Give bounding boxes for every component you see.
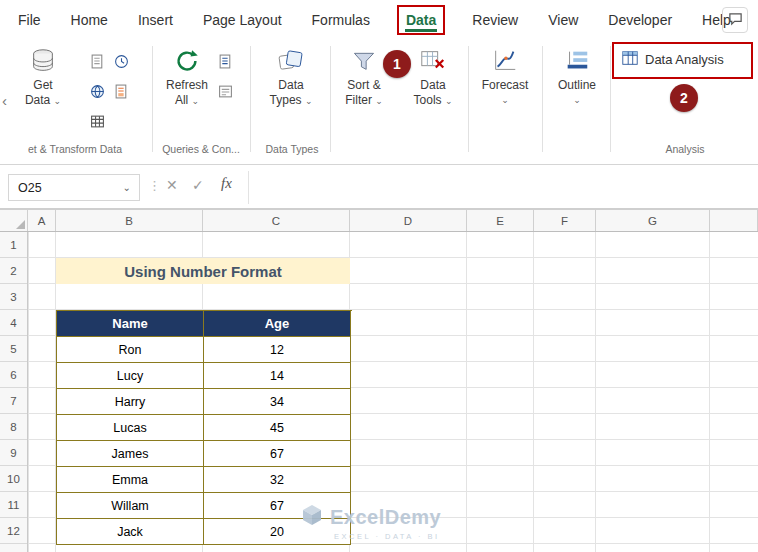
cell-name[interactable]: Lucy xyxy=(57,363,204,389)
cell-name[interactable]: James xyxy=(57,441,204,467)
row-header-7[interactable]: 7 xyxy=(0,388,27,414)
row-header-11[interactable]: 11 xyxy=(0,492,27,518)
outline-button[interactable]: Outline ⌄ xyxy=(550,45,604,108)
table-row: James 67 xyxy=(57,441,352,467)
forecast-label: Forecast xyxy=(482,78,529,93)
cell-name[interactable]: Ron xyxy=(57,337,204,363)
database-icon xyxy=(29,45,57,75)
from-table-range-button[interactable] xyxy=(86,112,108,134)
properties-button[interactable] xyxy=(214,82,236,104)
menu-bar: File Home Insert Page Layout Formulas Da… xyxy=(0,0,758,40)
formula-input[interactable] xyxy=(250,169,758,206)
cell-age[interactable]: 67 xyxy=(204,493,351,519)
get-data-button[interactable]: Get Data ⌄ xyxy=(14,45,72,109)
from-text-file-button[interactable] xyxy=(86,52,108,74)
column-header-d[interactable]: D xyxy=(350,210,467,231)
queries-connections-button[interactable] xyxy=(214,52,236,74)
row-header-2[interactable]: 2 xyxy=(0,258,27,284)
column-header-a[interactable]: A xyxy=(28,210,56,231)
forecast-button[interactable]: Forecast ⌄ xyxy=(476,45,534,108)
menu-tab-formulas[interactable]: Formulas xyxy=(310,6,372,34)
outline-icon xyxy=(563,45,591,75)
row-header-3[interactable]: 3 xyxy=(0,284,27,310)
collapse-ribbon-chevron-icon[interactable]: ‹ xyxy=(2,92,7,109)
cell-name[interactable]: Harry xyxy=(57,389,204,415)
active-tab-underline xyxy=(405,29,437,32)
cancel-icon[interactable]: ✕ xyxy=(166,177,178,193)
select-all-triangle-icon xyxy=(16,220,25,229)
menu-tab-data[interactable]: Data xyxy=(398,6,444,34)
menu-tab-page-layout[interactable]: Page Layout xyxy=(201,6,284,34)
refresh-all-label-line1: Refresh xyxy=(166,78,208,93)
refresh-icon xyxy=(173,45,201,75)
table-row: Ron 12 xyxy=(57,337,352,363)
column-header-c[interactable]: C xyxy=(203,210,350,231)
column-header-b[interactable]: B xyxy=(56,210,203,231)
menu-tab-insert[interactable]: Insert xyxy=(136,6,175,34)
row-header-12[interactable]: 12 xyxy=(0,518,27,544)
group-separator xyxy=(610,46,611,152)
data-tools-button[interactable]: Data Tools ⌄ xyxy=(406,45,460,109)
cell-name[interactable]: Lucas xyxy=(57,415,204,441)
row-header-1[interactable]: 1 xyxy=(0,232,27,258)
cell-age[interactable]: 14 xyxy=(204,363,351,389)
cell-name[interactable]: Jack xyxy=(57,519,204,545)
menu-tab-file[interactable]: File xyxy=(16,6,43,34)
table-header-name[interactable]: Name xyxy=(57,311,204,337)
column-headers: A B C D E F G xyxy=(0,210,758,232)
cell-age[interactable]: 67 xyxy=(204,441,351,467)
refresh-all-label-line2: All xyxy=(175,93,188,107)
funnel-icon xyxy=(351,45,377,75)
step-2-number: 2 xyxy=(680,90,688,106)
column-header-f[interactable]: F xyxy=(534,210,596,231)
data-tools-icon xyxy=(419,45,447,75)
dropdown-chevron-icon: ⌄ xyxy=(573,93,581,108)
insert-function-icon[interactable]: fx xyxy=(221,175,232,192)
column-header-e[interactable]: E xyxy=(467,210,534,231)
clock-icon xyxy=(114,54,129,73)
data-types-button[interactable]: Data Types ⌄ xyxy=(260,45,322,109)
connections-list-icon xyxy=(218,54,233,73)
cell-age[interactable]: 45 xyxy=(204,415,351,441)
menu-tab-review[interactable]: Review xyxy=(470,6,520,34)
column-header-g[interactable]: G xyxy=(596,210,710,231)
cell-age[interactable]: 32 xyxy=(204,467,351,493)
from-sheet-button[interactable] xyxy=(110,82,132,104)
menu-tab-view[interactable]: View xyxy=(546,6,580,34)
menu-tab-developer[interactable]: Developer xyxy=(606,6,674,34)
cell-age[interactable]: 20 xyxy=(204,519,351,545)
enter-icon[interactable]: ✓ xyxy=(192,177,204,193)
recent-sources-button[interactable] xyxy=(110,52,132,74)
title-cell[interactable]: Using Number Format xyxy=(56,258,350,284)
dropdown-chevron-icon: ⌄ xyxy=(445,96,453,106)
row-header-4[interactable]: 4 xyxy=(0,310,27,336)
cell-name[interactable]: Willam xyxy=(57,493,204,519)
name-box[interactable]: O25 ⌄ xyxy=(8,174,140,201)
sort-filter-button[interactable]: Sort & Filter ⌄ xyxy=(336,45,392,109)
comments-button[interactable] xyxy=(722,7,748,33)
group-label-queries-connections: Queries & Con... xyxy=(152,143,250,155)
row-header-5[interactable]: 5 xyxy=(0,336,27,362)
table-header-age[interactable]: Age xyxy=(204,311,351,337)
row-header-10[interactable]: 10 xyxy=(0,466,27,492)
row-header-6[interactable]: 6 xyxy=(0,362,27,388)
get-data-label-line2: Data xyxy=(25,93,50,107)
cell-age[interactable]: 34 xyxy=(204,389,351,415)
refresh-all-button[interactable]: Refresh All ⌄ xyxy=(158,45,216,109)
data-types-icon xyxy=(277,45,305,75)
cell-name[interactable]: Emma xyxy=(57,467,204,493)
sort-filter-label-line2: Filter xyxy=(345,93,372,107)
table-row: Emma 32 xyxy=(57,467,352,493)
select-all-corner[interactable] xyxy=(0,210,28,231)
menu-tab-home[interactable]: Home xyxy=(69,6,110,34)
row-header-13-partial[interactable] xyxy=(0,544,27,552)
row-header-8[interactable]: 8 xyxy=(0,414,27,440)
row-header-9[interactable]: 9 xyxy=(0,440,27,466)
row-headers: 1 2 3 4 5 6 7 8 9 10 11 12 xyxy=(0,232,28,552)
name-box-chevron-icon[interactable]: ⌄ xyxy=(123,182,131,193)
column-header-partial[interactable] xyxy=(710,210,758,231)
from-web-button[interactable] xyxy=(86,82,108,104)
sort-filter-label-line1: Sort & xyxy=(347,78,380,93)
cell-age[interactable]: 12 xyxy=(204,337,351,363)
cells-area[interactable]: 1 2 3 4 5 6 7 8 9 10 11 12 Using Number … xyxy=(0,232,758,552)
